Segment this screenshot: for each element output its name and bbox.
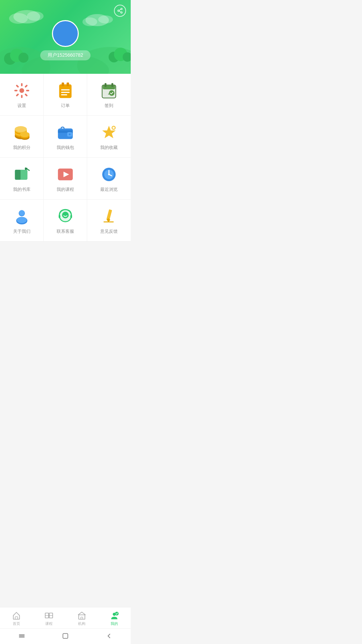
- support-icon: [57, 208, 74, 225]
- svg-point-7: [82, 17, 97, 26]
- menu-item-settings[interactable]: 设置: [0, 74, 44, 116]
- orders-icon: [57, 82, 74, 99]
- svg-point-8: [98, 15, 113, 23]
- menu-grid: 设置 订单 ✓: [0, 74, 131, 241]
- svg-point-39: [15, 126, 27, 132]
- settings-label: 设置: [17, 103, 26, 109]
- history-icon: [100, 166, 118, 183]
- checkin-label: 签到: [105, 103, 113, 109]
- about-label: 关于我们: [13, 228, 31, 234]
- content-spacer: [0, 241, 131, 285]
- svg-point-12: [109, 52, 119, 62]
- svg-line-18: [119, 11, 121, 12]
- checkin-icon: ✓: [100, 82, 118, 99]
- menu-item-checkin[interactable]: ✓ 签到: [87, 74, 131, 116]
- wallet-icon: [57, 124, 74, 141]
- svg-rect-69: [70, 215, 72, 218]
- svg-rect-26: [61, 94, 67, 95]
- svg-rect-25: [61, 92, 70, 93]
- wallet-label: 我的钱包: [57, 145, 74, 151]
- support-label: 联系客服: [57, 228, 74, 234]
- svg-rect-24: [61, 89, 70, 90]
- menu-item-favorites[interactable]: 我的收藏: [87, 116, 131, 158]
- svg-line-19: [119, 9, 121, 10]
- favorites-icon: [100, 124, 118, 141]
- username-label[interactable]: 用户1525660782: [40, 50, 90, 60]
- svg-point-16: [118, 10, 119, 12]
- library-label: 我的书库: [13, 186, 31, 193]
- svg-rect-22: [61, 83, 64, 86]
- points-label: 我的积分: [13, 145, 31, 151]
- svg-rect-21: [59, 85, 71, 98]
- svg-point-14: [123, 52, 131, 62]
- feedback-label: 意见反馈: [100, 228, 118, 234]
- svg-point-63: [19, 210, 24, 216]
- svg-point-42: [20, 132, 29, 137]
- menu-item-orders[interactable]: 订单: [44, 74, 87, 116]
- menu-item-library[interactable]: 我的书库: [0, 158, 44, 200]
- svg-point-6: [85, 14, 109, 26]
- svg-point-11: [18, 53, 28, 63]
- share-button[interactable]: [114, 5, 126, 17]
- svg-point-10: [10, 49, 23, 62]
- about-icon: [13, 208, 31, 225]
- svg-point-67: [62, 212, 69, 218]
- history-label: 最近浏览: [100, 186, 118, 193]
- svg-rect-70: [106, 209, 112, 220]
- svg-point-4: [9, 13, 28, 24]
- svg-point-46: [69, 133, 71, 136]
- courses-icon: [57, 166, 74, 183]
- header-banner: 用户1525660782: [0, 0, 131, 74]
- svg-point-15: [121, 8, 122, 10]
- menu-item-history[interactable]: 最近浏览: [87, 158, 131, 200]
- courses-label: 我的课程: [57, 186, 74, 193]
- settings-icon: [13, 82, 31, 99]
- menu-item-wallet[interactable]: 我的钱包: [44, 116, 87, 158]
- svg-rect-29: [103, 85, 115, 89]
- avatar[interactable]: [52, 20, 79, 47]
- menu-item-feedback[interactable]: 意见反馈: [87, 200, 131, 241]
- svg-rect-68: [59, 215, 60, 218]
- svg-rect-23: [66, 83, 69, 86]
- svg-point-9: [4, 53, 16, 65]
- menu-item-support[interactable]: 联系客服: [44, 200, 87, 241]
- orders-label: 订单: [61, 103, 70, 109]
- svg-point-17: [121, 12, 122, 13]
- svg-point-20: [19, 88, 24, 93]
- menu-item-points[interactable]: 我的积分: [0, 116, 44, 158]
- svg-point-60: [108, 174, 110, 175]
- feedback-icon: [100, 208, 118, 225]
- library-icon: [13, 166, 31, 183]
- svg-rect-31: [111, 83, 113, 87]
- svg-point-49: [113, 127, 115, 129]
- points-icon: [13, 124, 31, 141]
- menu-item-courses[interactable]: 我的课程: [44, 158, 87, 200]
- favorites-label: 我的收藏: [100, 145, 118, 151]
- svg-rect-52: [15, 170, 20, 180]
- svg-point-3: [13, 10, 40, 23]
- menu-item-about[interactable]: 关于我们: [0, 200, 44, 241]
- svg-point-64: [17, 217, 27, 223]
- svg-point-5: [27, 11, 44, 21]
- svg-rect-30: [105, 83, 107, 87]
- svg-point-13: [114, 48, 127, 61]
